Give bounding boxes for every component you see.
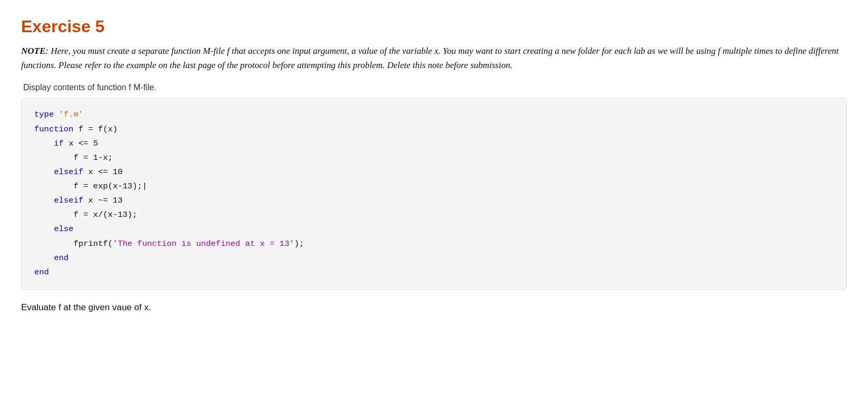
code-line-2: function f = f(x) (34, 122, 834, 137)
code-line-1: type 'f.m' (34, 108, 834, 122)
code-line-7: elseif x ~= 13 (34, 194, 834, 208)
code-line-9: else (34, 222, 834, 236)
evaluate-label: Evaluate f at the given vaue of x. (21, 302, 847, 313)
code-line-5: elseif x <= 10 (34, 165, 834, 179)
code-block: type 'f.m' function f = f(x) if x <= 5 f… (21, 98, 847, 290)
code-line-3: if x <= 5 (34, 137, 834, 151)
code-line-11: end (34, 251, 834, 265)
exercise-title: Exercise 5 (21, 17, 847, 36)
keyword-end-outer: end (34, 268, 49, 277)
keyword-type: type (34, 110, 54, 119)
string-undefined: 'The function is undefined at x = 13' (113, 239, 294, 249)
keyword-if: if (54, 139, 64, 148)
keyword-function: function (34, 125, 73, 134)
note-paragraph: NOTE: Here, you must create a separate f… (21, 44, 847, 72)
code-line-6: f = exp(x-13);| (34, 179, 834, 194)
note-text: : Here, you must create a separate funct… (21, 46, 839, 70)
keyword-elseif-2: elseif (54, 196, 83, 205)
code-line-8: f = x/(x-13); (34, 208, 834, 222)
code-line-4: f = 1-x; (34, 151, 834, 165)
display-label: Display contents of function f M-file. (21, 83, 847, 92)
keyword-else: else (54, 224, 73, 234)
note-bold: NOTE (21, 46, 45, 56)
keyword-end-inner: end (54, 253, 69, 263)
code-line-12: end (34, 265, 834, 280)
code-line-10: fprintf('The function is undefined at x … (34, 237, 834, 251)
string-fm: 'f.m' (59, 110, 84, 119)
keyword-elseif-1: elseif (54, 167, 83, 177)
